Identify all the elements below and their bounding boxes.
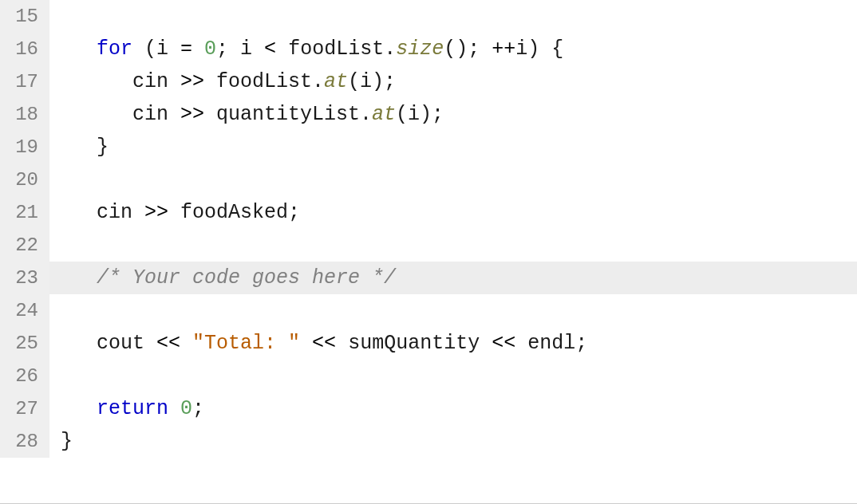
token: 0 xyxy=(180,397,192,420)
line-number: 18 xyxy=(0,98,49,131)
token: ; i xyxy=(216,37,264,61)
token xyxy=(180,332,192,355)
line-number: 24 xyxy=(0,294,49,327)
token: endl; xyxy=(515,332,587,355)
token xyxy=(61,37,97,61)
token: for xyxy=(97,37,132,61)
code-content: cin >> foodAsked; xyxy=(49,196,857,229)
line-number: 16 xyxy=(0,33,49,65)
line-number: 20 xyxy=(0,163,49,196)
code-content: cout << "Total: " << sumQuantity << endl… xyxy=(49,327,857,360)
token: (i); xyxy=(396,103,444,126)
token: cin xyxy=(61,103,180,126)
code-content: } xyxy=(49,131,857,163)
line-number: 27 xyxy=(0,392,49,425)
token: ++ xyxy=(492,37,515,61)
code-content: /* Your code goes here */ xyxy=(49,262,857,294)
token: cin xyxy=(61,201,144,224)
token: 0 xyxy=(204,37,216,61)
token: sumQuantity xyxy=(336,332,492,355)
code-content xyxy=(49,0,857,33)
code-line: 26 xyxy=(0,360,857,392)
token xyxy=(61,266,97,289)
token: foodList. xyxy=(204,70,324,93)
code-content: return 0; xyxy=(49,392,857,425)
code-content xyxy=(49,294,857,327)
token xyxy=(300,332,312,355)
line-number: 21 xyxy=(0,196,49,229)
line-number: 19 xyxy=(0,131,49,163)
code-line: 17 cin >> foodList.at(i); xyxy=(0,65,857,98)
token: } xyxy=(61,136,109,159)
token: return xyxy=(97,397,168,420)
token: cout xyxy=(61,332,156,355)
code-content xyxy=(49,163,857,196)
code-line: 24 xyxy=(0,294,857,327)
code-content: cin >> foodList.at(i); xyxy=(49,65,857,98)
code-content: } xyxy=(49,425,857,458)
line-number: 23 xyxy=(0,262,49,294)
token xyxy=(192,37,204,61)
code-line: 25 cout << "Total: " << sumQuantity << e… xyxy=(0,327,857,360)
code-line: 27 return 0; xyxy=(0,392,857,425)
token: = xyxy=(180,37,192,61)
token: < xyxy=(264,37,276,61)
code-line: 21 cin >> foodAsked; xyxy=(0,196,857,229)
line-number: 17 xyxy=(0,65,49,98)
line-number: 28 xyxy=(0,425,49,458)
code-content xyxy=(49,229,857,262)
code-line: 28} xyxy=(0,425,857,458)
token: foodList. xyxy=(276,37,396,61)
line-number: 26 xyxy=(0,360,49,392)
token: << xyxy=(156,332,180,355)
token xyxy=(61,397,97,420)
token: at xyxy=(372,103,396,126)
token: at xyxy=(324,70,348,93)
token: (); xyxy=(444,37,492,61)
code-content: cin >> quantityList.at(i); xyxy=(49,98,857,131)
code-line: 23 /* Your code goes here */ xyxy=(0,262,857,294)
token: >> xyxy=(180,103,204,126)
code-content: for (i = 0; i < foodList.size(); ++i) { xyxy=(49,33,857,65)
token: (i xyxy=(132,37,180,61)
code-content xyxy=(49,360,857,392)
code-line: 20 xyxy=(0,163,857,196)
code-line: 22 xyxy=(0,229,857,262)
code-editor: 1516 for (i = 0; i < foodList.size(); ++… xyxy=(0,0,857,458)
code-line: 19 } xyxy=(0,131,857,163)
token: cin xyxy=(61,70,180,93)
code-line: 16 for (i = 0; i < foodList.size(); ++i)… xyxy=(0,33,857,65)
token: (i); xyxy=(348,70,396,93)
token: "Total: " xyxy=(192,332,300,355)
code-line: 15 xyxy=(0,0,857,33)
line-number: 15 xyxy=(0,0,49,33)
token: i) { xyxy=(515,37,563,61)
token: << xyxy=(492,332,515,355)
token: >> xyxy=(180,70,204,93)
token: size xyxy=(396,37,444,61)
token xyxy=(168,397,180,420)
line-number: 25 xyxy=(0,327,49,360)
token: << xyxy=(312,332,336,355)
token: >> xyxy=(144,201,168,224)
token: ; xyxy=(192,397,204,420)
line-number: 22 xyxy=(0,229,49,262)
token: quantityList. xyxy=(204,103,372,126)
token: foodAsked; xyxy=(168,201,300,224)
token: /* Your code goes here */ xyxy=(97,266,396,289)
token: } xyxy=(61,430,73,453)
code-line: 18 cin >> quantityList.at(i); xyxy=(0,98,857,131)
